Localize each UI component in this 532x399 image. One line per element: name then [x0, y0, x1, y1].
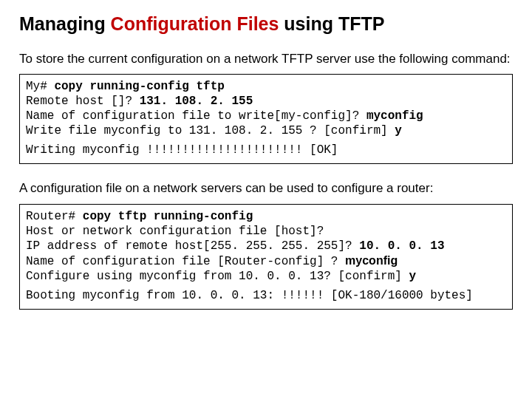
- user-input: y: [395, 124, 402, 137]
- command: copy tftp running-config: [83, 210, 253, 223]
- prompt: My#: [26, 80, 54, 93]
- code-line: Name of configuration file to write[my-c…: [26, 109, 506, 123]
- user-input: myconfig: [366, 109, 423, 123]
- code-line: IP address of remote host[255. 255. 255.…: [26, 239, 506, 253]
- user-input: 131. 108. 2. 155: [140, 95, 253, 108]
- prompt: Configure using myconfig from 10. 0. 0. …: [26, 270, 409, 283]
- user-input: myconfig: [345, 254, 398, 267]
- code-line: Router# copy tftp running-config: [26, 209, 506, 224]
- code-line: Remote host []? 131. 108. 2. 155: [26, 94, 506, 109]
- prompt: Remote host []?: [26, 95, 140, 108]
- title-part2: using TFTP: [279, 13, 384, 34]
- code-line: Booting myconfig from 10. 0. 0. 13: !!!!…: [26, 288, 506, 303]
- code-line: My# copy running-config tftp: [26, 79, 506, 94]
- prompt: Write file myconfig to 131. 108. 2. 155 …: [26, 124, 395, 137]
- command: copy running-config tftp: [54, 80, 224, 93]
- intro-text-1: To store the current configuration on a …: [19, 51, 513, 66]
- user-input: 10. 0. 0. 13: [359, 239, 444, 253]
- code-block-2: Router# copy tftp running-config Host or…: [19, 204, 513, 310]
- title-highlight: Configuration Files: [111, 13, 279, 34]
- page-title: Managing Configuration Files using TFTP: [19, 13, 513, 35]
- code-line: Host or network configuration file [host…: [26, 224, 506, 239]
- prompt: Name of configuration file to write[my-c…: [26, 109, 366, 123]
- prompt: Name of configuration file [Router-confi…: [26, 255, 345, 268]
- title-part1: Managing: [19, 13, 111, 34]
- code-line: Write file myconfig to 131. 108. 2. 155 …: [26, 123, 506, 138]
- user-input: y: [409, 270, 416, 283]
- code-line: Name of configuration file [Router-confi…: [26, 253, 506, 269]
- prompt: IP address of remote host[255. 255. 255.…: [26, 239, 359, 253]
- code-line: Configure using myconfig from 10. 0. 0. …: [26, 269, 506, 284]
- intro-text-2: A configuration file on a network server…: [19, 180, 513, 196]
- prompt: Router#: [26, 210, 83, 223]
- code-line: Writing myconfig !!!!!!!!!!!!!!!!!!!!!! …: [26, 143, 506, 157]
- code-block-1: My# copy running-config tftp Remote host…: [19, 74, 513, 164]
